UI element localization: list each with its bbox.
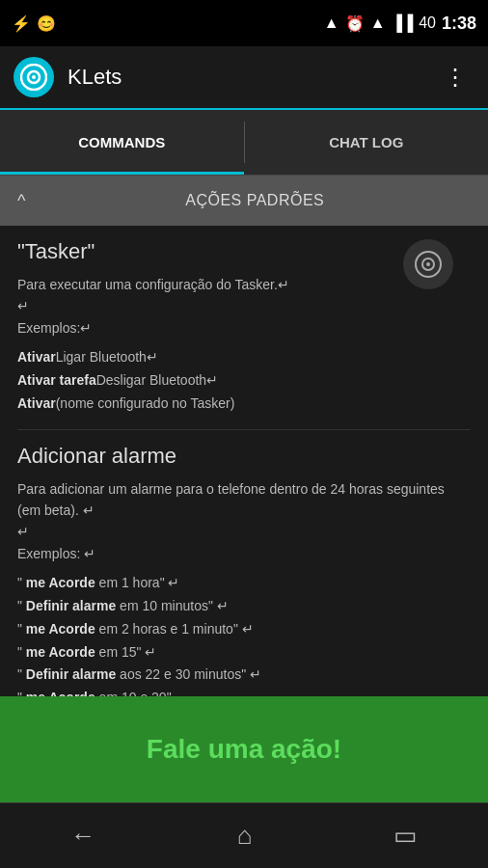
watermark-icon — [403, 239, 453, 289]
alarme-example-1: " me Acorde em 1 hora" ↵ — [17, 572, 471, 595]
alarme-example-3: " me Acorde em 2 horas e 1 minuto" ↵ — [17, 618, 471, 641]
action-button-label: Fale uma ação! — [147, 734, 341, 765]
battery-icon: 40 — [419, 14, 436, 32]
recent-apps-button[interactable]: ▭ — [374, 811, 437, 860]
example-2: Ativar tarefaDesligar Bluetooth↵ — [17, 369, 471, 393]
section2: Adicionar alarme Para adicionar um alarm… — [17, 444, 471, 710]
section-divider — [17, 429, 471, 430]
alarme-desc: Para adicionar um alarme para o telefone… — [17, 478, 471, 565]
alarme-example-5: " Definir alarme aos 22 e 30 minutos" ↵ — [17, 664, 471, 687]
alarme-example-4: " me Acorde em 15" ↵ — [17, 641, 471, 665]
tasker-desc: Para executar uma configuração do Tasker… — [17, 274, 471, 339]
wifi-icon: ▲ — [370, 14, 386, 32]
back-button[interactable]: ← — [51, 811, 115, 860]
nav-bar: ← ⌂ ▭ — [0, 802, 488, 868]
app-bar: KLets ⋮ — [0, 46, 488, 110]
app-title: KLets — [68, 65, 436, 90]
section-title: AÇÕES PADRÕES — [39, 192, 471, 209]
status-time: 1:38 — [442, 14, 476, 34]
collapse-icon: ^ — [17, 191, 25, 211]
more-options-icon[interactable]: ⋮ — [436, 56, 474, 98]
svg-point-2 — [32, 75, 36, 79]
example-1: AtivarLigar Bluetooth↵ — [17, 346, 471, 369]
alarme-example-2: " Definir alarme em 10 minutos" ↵ — [17, 595, 471, 618]
status-bar: ⚡ 😊 ▲ ⏰ ▲ ▐▐ 40 1:38 — [0, 0, 488, 46]
lightning-icon: ⚡ — [12, 14, 31, 33]
section1: "Tasker" Para executar uma configuração … — [17, 239, 471, 416]
content-area: "Tasker" Para executar uma configuração … — [0, 226, 488, 762]
home-button[interactable]: ⌂ — [218, 811, 272, 860]
alarme-title: Adicionar alarme — [17, 444, 471, 469]
signal-icon: ▐▐ — [392, 14, 414, 32]
tab-commands[interactable]: COMMANDS — [0, 110, 244, 175]
smiley-icon: 😊 — [37, 14, 56, 33]
action-button[interactable]: Fale uma ação! — [0, 696, 488, 802]
alarm-icon: ⏰ — [345, 14, 365, 33]
svg-point-5 — [426, 262, 430, 266]
section-header[interactable]: ^ AÇÕES PADRÕES — [0, 176, 488, 226]
tabs-container: COMMANDS CHAT LOG — [0, 110, 488, 176]
bluetooth-icon: ▲ — [324, 14, 339, 32]
tab-chatlog[interactable]: CHAT LOG — [245, 110, 489, 175]
app-logo — [14, 57, 54, 97]
example-3: Ativar(nome configurado no Tasker) — [17, 393, 471, 416]
